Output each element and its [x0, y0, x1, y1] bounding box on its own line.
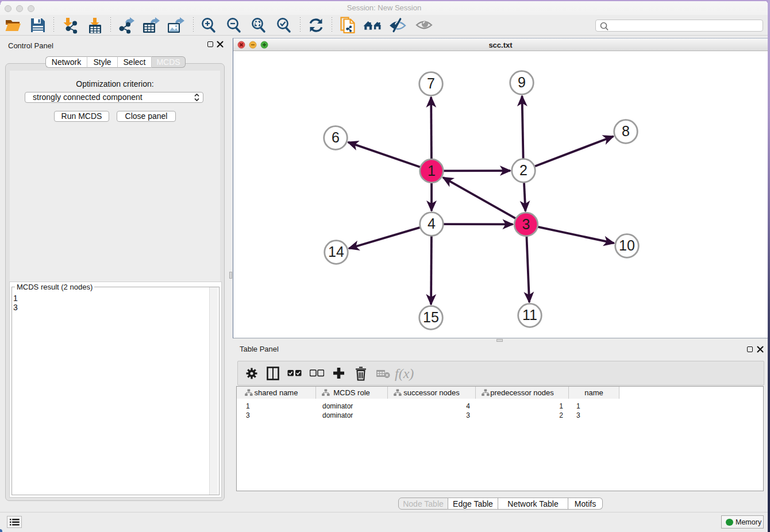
svg-text:15: 15	[423, 309, 439, 325]
svg-text:1: 1	[428, 163, 436, 179]
svg-text:11: 11	[522, 307, 537, 323]
svg-text:7: 7	[427, 75, 435, 91]
svg-text:9: 9	[518, 74, 526, 90]
svg-text:3: 3	[522, 216, 530, 232]
svg-text:14: 14	[328, 244, 344, 260]
svg-text:8: 8	[622, 123, 630, 139]
svg-text:10: 10	[619, 237, 635, 253]
svg-text:4: 4	[428, 215, 436, 232]
svg-text:6: 6	[332, 129, 340, 145]
svg-text:2: 2	[519, 162, 528, 178]
